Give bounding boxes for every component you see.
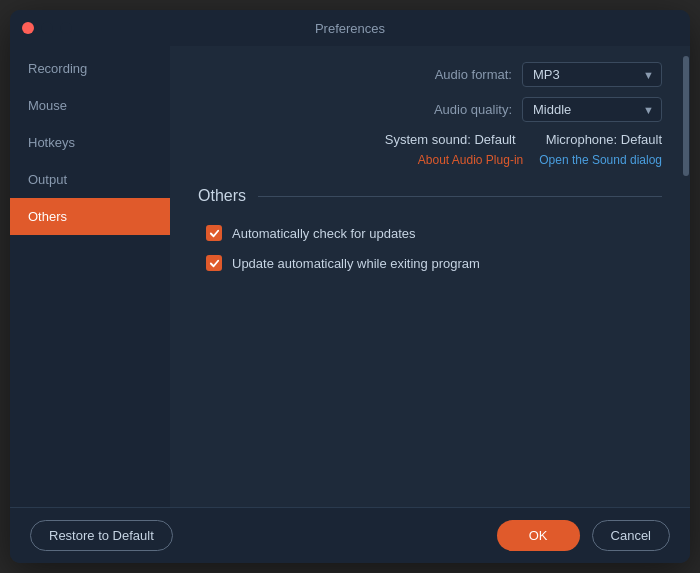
- audio-format-select[interactable]: MP3: [522, 62, 662, 87]
- scrollbar-thumb[interactable]: [683, 56, 689, 176]
- open-sound-dialog-link[interactable]: Open the Sound dialog: [539, 153, 662, 167]
- about-audio-plugin-link[interactable]: About Audio Plug-in: [418, 153, 523, 167]
- titlebar: Preferences: [10, 10, 690, 46]
- section-divider-line: [258, 196, 662, 197]
- microphone-info: Microphone: Default: [546, 132, 662, 147]
- main-content: Recording Mouse Hotkeys Output Others Au…: [10, 46, 690, 507]
- sidebar: Recording Mouse Hotkeys Output Others: [10, 46, 170, 507]
- checkmark-icon: [209, 228, 220, 239]
- settings-panel: Audio format: MP3 ▼ Audio quality: Middl…: [170, 46, 690, 507]
- auto-check-label: Automatically check for updates: [232, 226, 416, 241]
- auto-update-label: Update automatically while exiting progr…: [232, 256, 480, 271]
- sidebar-item-hotkeys[interactable]: Hotkeys: [10, 124, 170, 161]
- content-area: Audio format: MP3 ▼ Audio quality: Middl…: [170, 46, 690, 507]
- audio-quality-label: Audio quality:: [434, 102, 512, 117]
- window-title: Preferences: [315, 21, 385, 36]
- sidebar-item-others[interactable]: Others: [10, 198, 170, 235]
- auto-update-checkbox[interactable]: [206, 255, 222, 271]
- scrollbar-track: [682, 46, 690, 507]
- checkbox-group: Automatically check for updates Update a…: [198, 225, 662, 271]
- others-title: Others: [198, 187, 246, 205]
- restore-default-button[interactable]: Restore to Default: [30, 520, 173, 551]
- audio-quality-select-wrapper: Middle ▼: [522, 97, 662, 122]
- audio-quality-select[interactable]: Middle: [522, 97, 662, 122]
- close-button[interactable]: [22, 22, 34, 34]
- maximize-button[interactable]: [60, 22, 72, 34]
- system-sound-row: System sound: Default Microphone: Defaul…: [198, 132, 662, 147]
- auto-update-row[interactable]: Update automatically while exiting progr…: [206, 255, 662, 271]
- minimize-button[interactable]: [41, 22, 53, 34]
- cancel-button[interactable]: Cancel: [592, 520, 670, 551]
- links-row: About Audio Plug-in Open the Sound dialo…: [198, 153, 662, 167]
- auto-check-row[interactable]: Automatically check for updates: [206, 225, 662, 241]
- sidebar-item-mouse[interactable]: Mouse: [10, 87, 170, 124]
- audio-quality-row: Audio quality: Middle ▼: [198, 97, 662, 122]
- others-section-header: Others: [198, 187, 662, 205]
- ok-button[interactable]: OK: [497, 520, 580, 551]
- checkmark-icon-2: [209, 258, 220, 269]
- sidebar-item-output[interactable]: Output: [10, 161, 170, 198]
- audio-format-select-wrapper: MP3 ▼: [522, 62, 662, 87]
- traffic-lights: [22, 22, 72, 34]
- audio-format-label: Audio format:: [435, 67, 512, 82]
- sidebar-item-recording[interactable]: Recording: [10, 50, 170, 87]
- footer: Restore to Default OK Cancel: [10, 507, 690, 563]
- preferences-window: Preferences Recording Mouse Hotkeys Outp…: [10, 10, 690, 563]
- audio-format-row: Audio format: MP3 ▼: [198, 62, 662, 87]
- auto-check-checkbox[interactable]: [206, 225, 222, 241]
- system-sound-info: System sound: Default: [385, 132, 516, 147]
- footer-actions: OK Cancel: [497, 520, 670, 551]
